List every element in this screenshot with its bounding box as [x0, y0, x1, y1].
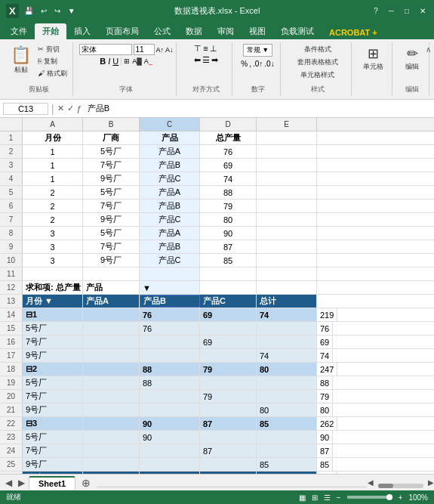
tab-formulas[interactable]: 公式 [146, 23, 178, 39]
cell[interactable]: 7号厂 [83, 240, 140, 253]
cell[interactable]: 3 [23, 227, 83, 240]
tab-data[interactable]: 数据 [178, 23, 210, 39]
cell[interactable] [257, 431, 317, 444]
cell[interactable]: 5号厂 [23, 376, 83, 389]
cell[interactable]: 产品C [140, 172, 200, 185]
col-header-E[interactable]: E [257, 118, 317, 131]
cell[interactable]: 76 [140, 322, 200, 335]
cell[interactable] [257, 254, 317, 267]
cell[interactable] [83, 417, 140, 430]
cell[interactable] [257, 227, 317, 240]
zoom-in-btn[interactable]: + [399, 493, 403, 502]
cell[interactable] [23, 267, 83, 280]
cell[interactable]: 85 [257, 417, 317, 430]
table-style-btn[interactable]: 套用表格格式 [295, 57, 340, 68]
view-break-btn[interactable]: ☰ [324, 493, 331, 502]
cell[interactable]: 88 [317, 376, 333, 389]
tab-loadtest[interactable]: 负载测试 [273, 23, 322, 39]
cell[interactable]: 88 [140, 363, 200, 376]
cell[interactable] [83, 322, 140, 335]
bold-btn[interactable]: B [100, 57, 106, 66]
cell[interactable]: 5号厂 [23, 322, 83, 335]
col-header-B[interactable]: B [83, 118, 140, 131]
cell[interactable] [200, 281, 257, 294]
cell[interactable]: 产品B [140, 199, 200, 212]
cell[interactable]: 80 [257, 363, 317, 376]
cell[interactable]: 9号厂 [23, 458, 83, 471]
help-btn[interactable]: ? [371, 6, 380, 16]
cell[interactable]: 9号厂 [23, 404, 83, 416]
cell[interactable] [83, 472, 140, 474]
sheet-nav-right[interactable]: ▶ [16, 477, 27, 489]
cell[interactable] [83, 404, 140, 416]
cell[interactable]: 239 [257, 472, 317, 474]
zoom-out-btn[interactable]: − [337, 493, 341, 502]
col-header-A[interactable]: A [23, 118, 83, 131]
align-center-btn[interactable]: ☰ [202, 55, 210, 65]
cell[interactable]: 74 [257, 349, 317, 362]
cell[interactable] [140, 335, 200, 348]
cell[interactable]: ⊟1 [23, 308, 83, 321]
cell[interactable]: 1 [23, 172, 83, 185]
cell-btn[interactable]: ⊞ 单元格 [360, 44, 386, 73]
cell[interactable]: 2 [23, 213, 83, 226]
cell[interactable]: ⊟3 [23, 417, 83, 430]
cell[interactable]: 9号厂 [23, 349, 83, 362]
italic-btn[interactable]: I [108, 57, 110, 66]
percent-btn[interactable]: % [241, 60, 248, 68]
tab-view[interactable]: 视图 [242, 23, 273, 39]
cell[interactable]: 产品B [140, 295, 200, 308]
cell[interactable]: 88 [140, 376, 200, 389]
sheet-nav-left[interactable]: ◀ [3, 477, 14, 489]
cell[interactable] [200, 431, 257, 444]
cell[interactable]: 2 [23, 199, 83, 212]
number-format-select[interactable]: 常规 ▼ [243, 44, 272, 57]
cell[interactable] [257, 335, 317, 348]
zoom-slider[interactable] [347, 496, 392, 499]
cell[interactable] [200, 349, 257, 362]
cell[interactable]: 88 [200, 186, 257, 199]
cell[interactable]: 76 [200, 145, 257, 158]
cell[interactable]: 76 [317, 322, 333, 335]
cell[interactable]: 9号厂 [83, 254, 140, 267]
cell[interactable] [200, 376, 257, 389]
view-layout-btn[interactable]: ⊞ [312, 493, 318, 502]
font-size-dec[interactable]: A↓ [165, 46, 174, 54]
sheet-tab-sheet1[interactable]: Sheet1 [29, 476, 75, 490]
cell[interactable]: 79 [200, 363, 257, 376]
cell[interactable]: 7号厂 [83, 159, 140, 172]
cell[interactable]: 80 [257, 404, 317, 416]
cell[interactable] [257, 267, 317, 280]
cell[interactable]: 总产量 [200, 131, 257, 144]
cell[interactable] [83, 308, 140, 321]
cell[interactable]: 1 [23, 159, 83, 172]
cell[interactable]: 产品B [140, 240, 200, 253]
col-header-D[interactable]: D [200, 118, 257, 131]
tab-insert[interactable]: 插入 [66, 23, 98, 39]
cell[interactable]: 262 [317, 417, 337, 430]
cell[interactable] [140, 404, 200, 416]
cell[interactable]: 87 [200, 417, 257, 430]
cell[interactable]: 80 [317, 404, 333, 416]
cell[interactable]: 1 [23, 145, 83, 158]
undo-btn[interactable]: ↩ [38, 6, 49, 16]
cell[interactable]: 219 [317, 308, 337, 321]
cell[interactable]: 2 [23, 186, 83, 199]
cell[interactable]: 87 [200, 444, 257, 457]
cell[interactable] [257, 213, 317, 226]
cell[interactable]: 87 [200, 240, 257, 253]
scroll-left-btn[interactable]: ◀ [368, 478, 374, 487]
cell[interactable]: 产品B [140, 159, 200, 172]
cell[interactable] [257, 199, 317, 212]
cell[interactable] [140, 267, 200, 280]
view-normal-btn[interactable]: ▦ [299, 493, 306, 502]
cell[interactable] [140, 444, 200, 457]
minimize-btn[interactable]: ─ [386, 6, 396, 16]
cell[interactable]: 69 [200, 335, 257, 348]
cell[interactable] [83, 349, 140, 362]
cell[interactable]: 7号厂 [23, 444, 83, 457]
align-top-btn[interactable]: ⊤ [194, 44, 202, 54]
cell[interactable]: 80 [200, 213, 257, 226]
cell[interactable]: 85 [257, 458, 317, 471]
cut-btn[interactable]: ✂ 剪切 [35, 44, 69, 55]
